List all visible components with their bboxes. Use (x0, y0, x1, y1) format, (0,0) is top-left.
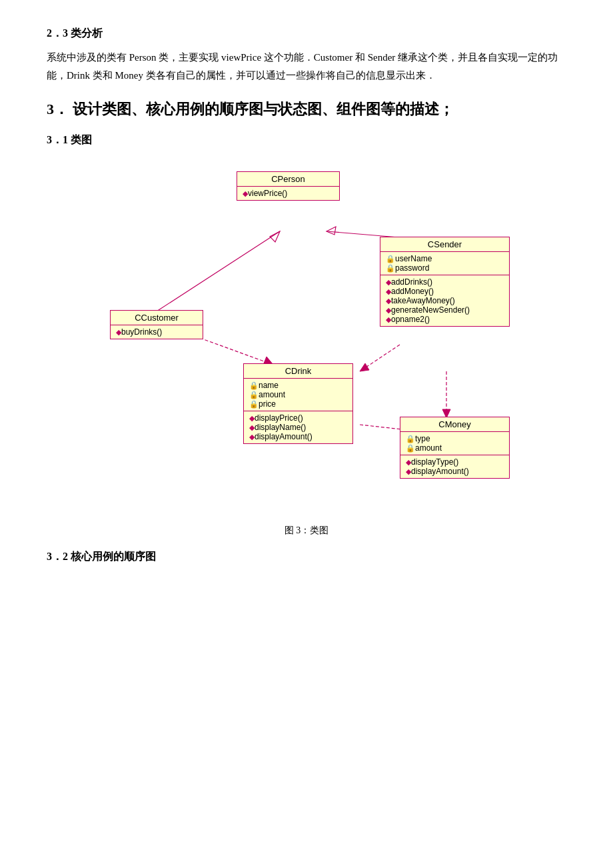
svg-line-6 (360, 345, 400, 371)
class-diagram: CPerson ◆viewPrice() CCustomer ◆buyDrink… (73, 158, 540, 518)
svg-marker-7 (360, 363, 369, 371)
class-ccustomer: CCustomer ◆buyDrinks() (110, 310, 203, 339)
svg-line-4 (200, 338, 273, 365)
class-csender: CSender 🔒userName 🔒password ◆addDrinks()… (380, 237, 510, 327)
svg-marker-3 (326, 227, 336, 235)
section-31-heading: 3．1 类图 (47, 133, 566, 147)
svg-line-0 (157, 231, 280, 311)
svg-marker-1 (270, 231, 280, 242)
section-3-heading: 3． 设计类图、核心用例的顺序图与状态图、组件图等的描述； (47, 98, 566, 120)
class-cdrink: CDrink 🔒name 🔒amount 🔒price ◆displayPric… (243, 363, 353, 444)
section-23-paragraph: 系统中涉及的类有 Person 类，主要实现 viewPrice 这个功能．Cu… (47, 49, 566, 85)
diagram-caption: 图 3：类图 (47, 525, 566, 537)
section-23-heading: 2．3 类分析 (47, 27, 566, 41)
class-cmoney: CMoney 🔒type 🔒amount ◆displayType() ◆dis… (400, 417, 510, 479)
section-32-heading: 3．2 核心用例的顺序图 (47, 550, 566, 564)
class-cperson: CPerson ◆viewPrice() (237, 171, 340, 201)
